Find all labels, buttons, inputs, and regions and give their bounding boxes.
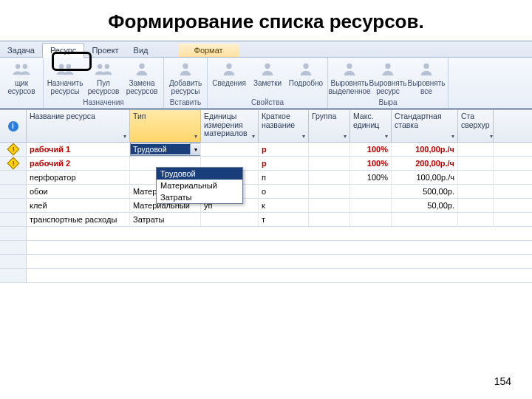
cell-group[interactable]	[309, 213, 350, 226]
ribbon-button-assign[interactable]: Назначитьресурсы	[47, 59, 83, 97]
cell-name[interactable]: рабочий 1	[27, 143, 130, 156]
ribbon-button-level-sel[interactable]: Выровнятьвыделенное	[331, 59, 368, 97]
cell-rate[interactable]: 50,00р.	[392, 199, 458, 212]
cell-short[interactable]: р	[259, 157, 309, 170]
cell-rate[interactable]: 500,00р.	[392, 185, 458, 198]
pool-icon	[93, 61, 114, 78]
cell-max[interactable]	[350, 213, 392, 226]
table-row[interactable]: клейМатериальныйупк50,00р.	[0, 199, 532, 213]
ribbon-group: ВыровнятьвыделенноеВыровнятьресурсВыровн…	[328, 58, 449, 108]
cell-rate[interactable]	[392, 213, 458, 226]
cell-name[interactable]: перфоратор	[27, 171, 130, 184]
dropdown-option[interactable]: Трудовой	[157, 168, 242, 180]
cell-name[interactable]: транспортные расходы	[27, 213, 130, 226]
chevron-down-icon[interactable]: ▾	[451, 133, 454, 140]
empty-row[interactable]	[0, 269, 532, 283]
cell-rate[interactable]: 200,00р./ч	[392, 157, 458, 170]
cell-unit[interactable]	[201, 143, 259, 156]
table-row[interactable]: перфораторп100%100,00р./ч	[0, 171, 532, 185]
cell-rate2[interactable]	[458, 157, 494, 170]
tab-resource[interactable]: Ресурс	[42, 43, 84, 58]
chevron-down-icon[interactable]: ▾	[190, 143, 200, 155]
ribbon-button-level-all[interactable]: Выровнятьвсе	[408, 59, 445, 97]
cell-group[interactable]	[309, 199, 350, 212]
ribbon-button-add[interactable]: Добавитьресурсы	[167, 59, 204, 97]
cell-max[interactable]	[350, 199, 392, 212]
cell-rate2[interactable]	[458, 199, 494, 212]
cell-short[interactable]: к	[259, 199, 309, 212]
column-header-label: Единицыизмеренияматериалов	[204, 112, 248, 138]
empty-row[interactable]	[0, 255, 532, 269]
empty-row[interactable]	[0, 227, 532, 241]
cell-type[interactable]: Трудовой▾	[130, 143, 201, 156]
tab-format[interactable]: Формат	[178, 44, 239, 57]
cell-short[interactable]: о	[259, 185, 309, 198]
column-header-rate[interactable]: Стандартнаяставка▾	[392, 110, 458, 142]
cell-rate2[interactable]	[458, 213, 494, 226]
row-indicator: !	[0, 157, 27, 170]
cell-short[interactable]: т	[259, 213, 309, 226]
ribbon-button-info[interactable]: Сведения	[211, 59, 248, 89]
svg-point-1	[23, 64, 28, 69]
chevron-down-icon[interactable]: ▾	[123, 133, 126, 140]
ribbon-button-pool[interactable]: Пулресурсов	[85, 59, 122, 97]
cell-type[interactable]: Затраты	[130, 213, 201, 226]
ribbon-button-label: Назначитьресурсы	[47, 80, 83, 95]
table-row[interactable]: !рабочий 1Трудовой▾р100%100,00р./ч	[0, 143, 532, 157]
column-header-name[interactable]: Название ресурса▾	[27, 110, 130, 142]
dropdown-option[interactable]: Затраты	[157, 191, 242, 203]
type-dropdown-list[interactable]: ТрудовойМатериальныйЗатраты	[156, 167, 243, 204]
tab-task[interactable]: Задача	[0, 44, 42, 57]
cell-rate[interactable]: 100,00р./ч	[392, 171, 458, 184]
table-row[interactable]: транспортные расходыЗатратыт	[0, 213, 532, 227]
column-header-unit[interactable]: Единицыизмеренияматериалов▾	[201, 110, 259, 142]
cell-unit[interactable]	[201, 213, 259, 226]
ribbon-button-label: щикесурсов	[8, 80, 35, 95]
ribbon-button-details[interactable]: Подробно	[287, 59, 324, 89]
cell-name[interactable]: клей	[27, 199, 130, 212]
table-row[interactable]: !рабочий 2р100%200,00р./ч	[0, 157, 532, 171]
chevron-down-icon[interactable]: ▾	[302, 133, 305, 140]
type-select[interactable]: Трудовой▾	[130, 143, 201, 156]
dropdown-option[interactable]: Материальный	[157, 180, 242, 191]
chevron-down-icon[interactable]: ▾	[194, 133, 197, 140]
ribbon-group: СведенияЗаметкиПодробноСвойства	[208, 58, 328, 108]
cell-name[interactable]: рабочий 2	[27, 157, 130, 170]
cell-max[interactable]	[350, 185, 392, 198]
cell-group[interactable]	[309, 171, 350, 184]
ribbon-button-level-res[interactable]: Выровнятьресурс	[369, 59, 406, 97]
cell-group[interactable]	[309, 185, 350, 198]
replace-icon	[132, 61, 152, 78]
cell-group[interactable]	[309, 143, 350, 156]
cell-short[interactable]: р	[259, 143, 309, 156]
svg-point-13	[423, 64, 429, 69]
ribbon-button-replace[interactable]: Заменаресурсов	[123, 59, 160, 97]
cell-rate[interactable]: 100,00р./ч	[392, 143, 458, 156]
chevron-down-icon[interactable]: ▾	[385, 133, 388, 140]
ribbon-button-label: Сведения	[212, 80, 246, 88]
table-row[interactable]: обоиМатериальныйрулоно500,00р.	[0, 185, 532, 199]
column-header-label: Краткоеназвание	[262, 112, 295, 129]
chevron-down-icon[interactable]: ▾	[252, 133, 255, 140]
ribbon-button-notes[interactable]: Заметки	[249, 59, 286, 89]
empty-row[interactable]	[0, 241, 532, 255]
cell-short[interactable]: п	[259, 171, 309, 184]
column-header-group[interactable]: Группа▾	[309, 110, 350, 142]
cell-rate2[interactable]	[458, 185, 494, 198]
cell-name[interactable]: обои	[27, 185, 130, 198]
cell-group[interactable]	[309, 157, 350, 170]
column-header-type[interactable]: Тип▾	[130, 110, 201, 142]
chevron-down-icon[interactable]: ▾	[490, 133, 493, 140]
column-header-max[interactable]: Макс.единиц▾	[350, 110, 392, 142]
cell-max[interactable]: 100%	[350, 157, 392, 170]
cell-rate2[interactable]	[458, 143, 494, 156]
tab-view[interactable]: Вид	[126, 44, 156, 57]
tab-project[interactable]: Проект	[84, 44, 126, 57]
cell-max[interactable]: 100%	[350, 143, 392, 156]
column-header-short[interactable]: Краткоеназвание▾	[259, 110, 309, 142]
chevron-down-icon[interactable]: ▾	[344, 133, 347, 140]
cell-rate2[interactable]	[458, 171, 494, 184]
ribbon-button-planner[interactable]: щикесурсов	[3, 59, 40, 97]
column-header-rate2[interactable]: Стасверхур▾	[458, 110, 494, 142]
cell-max[interactable]: 100%	[350, 171, 392, 184]
